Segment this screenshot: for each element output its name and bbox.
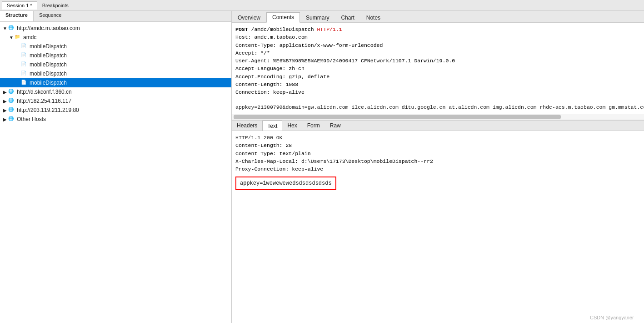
tree-item-amdc[interactable]: ▼ 📁 amdc xyxy=(0,33,231,42)
right-panel: Overview Contents Summary Chart Notes PO… xyxy=(232,11,644,323)
http-version: HTTP/1.1 xyxy=(317,26,342,32)
expand-otherhosts[interactable]: ▶ xyxy=(2,117,8,122)
otherhosts-label: Other Hosts xyxy=(17,116,46,122)
left-tabs: Structure Sequence xyxy=(0,11,231,22)
tree-item-host2[interactable]: ▶ 🌐 http://d.skconf.f.360.cn xyxy=(0,87,231,96)
scrollbar-thumb[interactable] xyxy=(234,115,561,119)
host3-label: http://182.254.116.117 xyxy=(17,98,71,104)
tree-item-md2[interactable]: 📄 mobileDispatch xyxy=(0,51,231,60)
folder-icon: 📁 xyxy=(15,34,22,40)
tree-item-md3[interactable]: 📄 mobileDispatch xyxy=(0,60,231,69)
header-accept: Accept: */* xyxy=(235,49,640,57)
body-separator xyxy=(235,96,640,103)
response-map-local: X-Charles-Map-Local: d:\Users\17173\Desk… xyxy=(235,157,640,165)
file-icon-1: 📄 xyxy=(21,43,28,50)
host2-label: http://d.skconf.f.360.cn xyxy=(17,89,72,95)
tab-contents[interactable]: Contents xyxy=(266,12,300,23)
tree-item-otherhosts[interactable]: ▶ 🌐 Other Hosts xyxy=(0,115,231,124)
tab-hex[interactable]: Hex xyxy=(282,121,302,131)
md4-label: mobileDispatch xyxy=(30,71,67,77)
globe-icon-2: 🌐 xyxy=(8,89,15,95)
tab-text[interactable]: Text xyxy=(262,121,282,131)
header-content-length: Content-Length: 1088 xyxy=(235,81,640,88)
file-icon-2: 📄 xyxy=(21,52,28,59)
tab-summary[interactable]: Summary xyxy=(300,13,335,23)
expand-host4[interactable]: ▶ xyxy=(2,108,8,113)
expand-host3[interactable]: ▶ xyxy=(2,99,8,104)
response-body-box: appkey=1wewewewedsdsdsdsdsds xyxy=(235,177,336,190)
horizontal-scrollbar[interactable] xyxy=(232,114,644,120)
tree-container[interactable]: ▼ 🌐 http://amdc.m.taobao.com ▼ 📁 amdc 📄 … xyxy=(0,22,231,323)
tree-item-host3[interactable]: ▶ 🌐 http://182.254.116.117 xyxy=(0,96,231,106)
header-host: Host: amdc.m.taobao.com xyxy=(235,33,640,41)
header-content-type: Content-Type: application/x-www-form-url… xyxy=(235,41,640,49)
request-line: POST /amdc/mobileDispatch HTTP/1.1 xyxy=(235,25,640,33)
request-body: appkey=21380790&domain=gw.alicdn.com ilc… xyxy=(235,103,640,111)
right-tabs: Overview Contents Summary Chart Notes xyxy=(232,11,644,23)
expand-host2[interactable]: ▶ xyxy=(2,90,8,95)
bottom-tabs: Headers Text Hex Form Raw xyxy=(232,120,644,131)
header-connection: Connection: keep-alive xyxy=(235,88,640,96)
amdc-label: amdc xyxy=(23,34,36,40)
host4-label: http://203.119.211.219:80 xyxy=(17,107,79,113)
response-content-type: Content-Type: text/plain xyxy=(235,150,640,157)
response-content-length: Content-Length: 28 xyxy=(235,141,640,149)
tab-overview[interactable]: Overview xyxy=(232,13,266,23)
main-layout: Structure Sequence ▼ 🌐 http://amdc.m.tao… xyxy=(0,11,644,323)
tree-item-host1[interactable]: ▼ 🌐 http://amdc.m.taobao.com xyxy=(0,24,231,33)
tree-item-md4[interactable]: 📄 mobileDispatch xyxy=(0,69,231,78)
tab-notes[interactable]: Notes xyxy=(360,13,386,23)
md1-label: mobileDispatch xyxy=(30,43,67,50)
host1-label: http://amdc.m.taobao.com xyxy=(17,25,80,31)
response-status: HTTP/1.1 200 OK xyxy=(235,134,640,141)
tree-item-host4[interactable]: ▶ 🌐 http://203.119.211.219:80 xyxy=(0,106,231,115)
http-path: /amdc/mobileDispatch xyxy=(251,26,317,32)
top-bar: Session 1 * Breakpoints xyxy=(0,0,644,11)
tab-form[interactable]: Form xyxy=(302,121,325,131)
left-panel: Structure Sequence ▼ 🌐 http://amdc.m.tao… xyxy=(0,11,232,323)
request-area: POST /amdc/mobileDispatch HTTP/1.1 Host:… xyxy=(232,23,644,114)
http-method: POST xyxy=(235,26,248,32)
file-icon-4: 📄 xyxy=(21,71,28,77)
session-tab[interactable]: Session 1 * xyxy=(2,1,37,10)
md2-label: mobileDispatch xyxy=(30,52,67,59)
response-body: appkey=1wewewewedsdsdsdsdsds xyxy=(240,180,332,187)
globe-icon-4: 🌐 xyxy=(8,107,15,113)
expand-amdc[interactable]: ▼ xyxy=(8,35,15,40)
header-user-agent: User-Agent: %E6%B7%98%E5%AE%9D/24090417 … xyxy=(235,57,640,65)
response-proxy-conn: Proxy-Connection: keep-alive xyxy=(235,165,640,173)
file-icon-3: 📄 xyxy=(21,61,28,68)
header-accept-lang: Accept-Language: zh-cn xyxy=(235,65,640,72)
tab-chart[interactable]: Chart xyxy=(335,13,360,23)
tab-sequence[interactable]: Sequence xyxy=(34,11,68,21)
expand-host1[interactable]: ▼ xyxy=(2,26,8,31)
header-accept-enc: Accept-Encoding: gzip, deflate xyxy=(235,73,640,81)
globe-icon-3: 🌐 xyxy=(8,98,15,104)
tree-item-md5[interactable]: 📄 mobileDispatch xyxy=(0,78,231,87)
response-area: HTTP/1.1 200 OK Content-Length: 28 Conte… xyxy=(232,131,644,222)
md5-label: mobileDispatch xyxy=(30,80,67,86)
breakpoints-tab[interactable]: Breakpoints xyxy=(37,1,74,10)
tab-raw[interactable]: Raw xyxy=(325,121,346,131)
tab-structure[interactable]: Structure xyxy=(0,11,34,21)
globe-icon: 🌐 xyxy=(8,25,15,31)
tab-headers[interactable]: Headers xyxy=(232,121,262,131)
file-icon-5: 📄 xyxy=(21,80,28,86)
watermark: CSDN @yangyaner__ xyxy=(590,315,639,320)
tree-item-md1[interactable]: 📄 mobileDispatch xyxy=(0,42,231,51)
md3-label: mobileDispatch xyxy=(30,61,67,68)
hosts-icon: 🌐 xyxy=(8,116,15,122)
